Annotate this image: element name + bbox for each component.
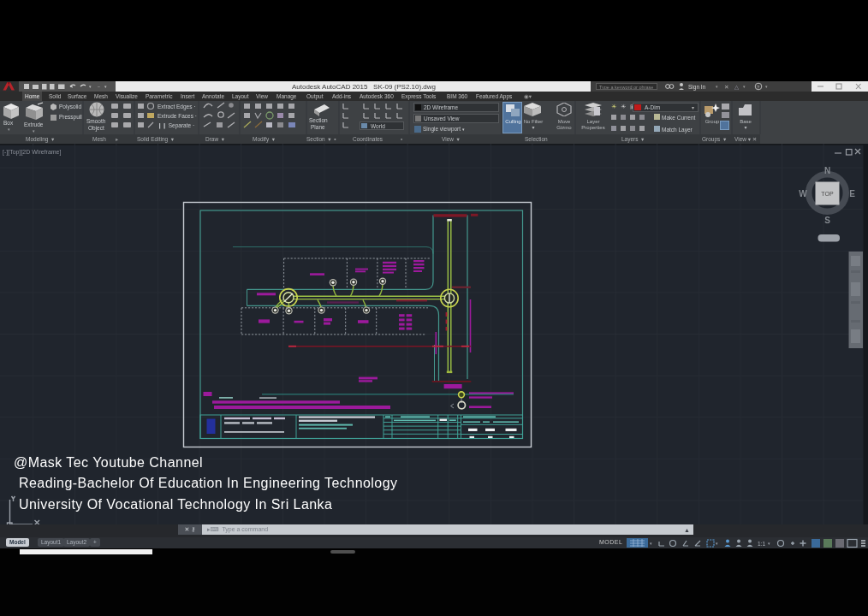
svg-text:Presspull: Presspull: [59, 114, 82, 121]
svg-text:▾: ▾: [765, 84, 768, 89]
svg-text:Smooth: Smooth: [86, 118, 106, 124]
svg-text:TOP: TOP: [821, 191, 834, 197]
svg-text:▾: ▾: [768, 541, 770, 546]
svg-text:Polysolid: Polysolid: [59, 104, 81, 110]
svg-text:▾: ▾: [743, 84, 746, 89]
svg-text:1:1: 1:1: [758, 541, 765, 547]
svg-text:▾: ▾: [8, 127, 10, 132]
svg-text:Extrude Faces ·: Extrude Faces ·: [158, 113, 197, 119]
svg-text:Section: Section: [309, 117, 328, 123]
svg-text:▾: ▾: [33, 128, 35, 133]
svg-text:Object: Object: [88, 125, 104, 132]
svg-text:?: ?: [757, 85, 760, 90]
svg-text:S: S: [824, 216, 830, 225]
svg-text:▾: ▾: [89, 84, 93, 89]
svg-text:E: E: [849, 189, 855, 198]
svg-text:✕: ✕: [724, 84, 728, 90]
svg-text:N: N: [824, 166, 830, 175]
svg-text:–: –: [98, 84, 102, 89]
svg-text:▾: ▾: [716, 84, 718, 89]
svg-text:[-][Top][2D Wireframe]: [-][Top][2D Wireframe]: [3, 149, 62, 156]
svg-text:Sign In: Sign In: [688, 84, 706, 91]
svg-text:▾: ▾: [650, 541, 652, 546]
svg-text:❙❙ Separate ·: ❙❙ Separate ·: [158, 122, 194, 129]
svg-text:W: W: [799, 189, 807, 198]
svg-text:Extrude: Extrude: [24, 121, 44, 127]
svg-text:Box: Box: [3, 120, 14, 126]
svg-text:△: △: [734, 84, 739, 90]
svg-text:Plane: Plane: [311, 124, 325, 130]
svg-text:▾: ▾: [104, 84, 109, 89]
svg-text:▾: ▾: [716, 541, 718, 546]
svg-text:Extract Edges ·: Extract Edges ·: [158, 104, 195, 110]
